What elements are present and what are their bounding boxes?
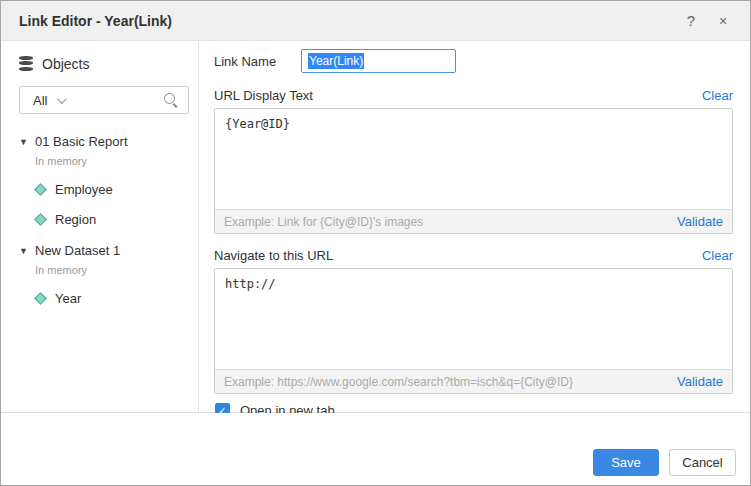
title-bar: Link Editor - Year(Link) ? × <box>1 1 750 41</box>
filter-selected-value[interactable]: All <box>33 93 47 108</box>
tree-group-subtitle: In memory <box>35 155 188 167</box>
link-editor-dialog: Link Editor - Year(Link) ? × Objects All… <box>0 0 751 486</box>
link-editor-form: Link Name Year(Link) URL Display Text Cl… <box>199 41 750 412</box>
link-name-row: Link Name Year(Link) <box>214 48 733 74</box>
tree-group-header[interactable]: ▼ New Dataset 1 <box>19 243 188 258</box>
objects-header: Objects <box>19 55 188 73</box>
cancel-button[interactable]: Cancel <box>669 449 736 476</box>
url-box: http:// Example: https://www.google.com/… <box>214 268 733 394</box>
objects-stack-icon <box>19 56 33 73</box>
tree-group-new-dataset: ▼ New Dataset 1 In memory Year <box>19 243 188 306</box>
save-button[interactable]: Save <box>593 449 659 476</box>
tree-group-subtitle: In memory <box>35 264 188 276</box>
link-name-value: Year(Link) <box>308 53 364 69</box>
tree-item-region[interactable]: Region <box>35 212 188 227</box>
objects-sidebar: Objects All ▼ 01 Basic Report In memory <box>1 41 199 412</box>
collapse-arrow-icon[interactable]: ▼ <box>19 137 35 147</box>
url-example: Example: https://www.google.com/search?t… <box>224 375 573 389</box>
url-label: Navigate to this URL <box>214 248 333 263</box>
objects-tree: ▼ 01 Basic Report In memory Employee Reg… <box>19 134 188 306</box>
dialog-title: Link Editor - Year(Link) <box>19 13 172 29</box>
display-text-label-row: URL Display Text Clear <box>214 87 733 103</box>
tree-group-header[interactable]: ▼ 01 Basic Report <box>19 134 188 149</box>
help-icon[interactable]: ? <box>678 8 704 34</box>
tree-item-label[interactable]: Region <box>55 212 96 227</box>
display-text-example: Example: Link for {City@ID}'s images <box>224 215 423 229</box>
tree-group-basic-report: ▼ 01 Basic Report In memory Employee Reg… <box>19 134 188 227</box>
collapse-arrow-icon[interactable]: ▼ <box>19 246 35 256</box>
close-icon[interactable]: × <box>710 8 736 34</box>
tree-item-label[interactable]: Year <box>55 291 81 306</box>
tree-item-year[interactable]: Year <box>35 291 188 306</box>
display-text-footer: Example: Link for {City@ID}'s images Val… <box>215 209 732 233</box>
url-clear-link[interactable]: Clear <box>702 248 733 263</box>
object-filter-box[interactable]: All <box>19 86 189 114</box>
link-name-input[interactable]: Year(Link) <box>301 49 456 73</box>
display-text-clear-link[interactable]: Clear <box>702 88 733 103</box>
tree-group-name[interactable]: New Dataset 1 <box>35 243 120 258</box>
url-validate-link[interactable]: Validate <box>677 374 723 389</box>
attribute-diamond-icon <box>34 213 47 226</box>
attribute-diamond-icon <box>34 292 47 305</box>
search-icon[interactable] <box>164 93 179 108</box>
url-textarea[interactable]: http:// <box>215 269 732 369</box>
attribute-diamond-icon <box>34 183 47 196</box>
tree-group-name[interactable]: 01 Basic Report <box>35 134 128 149</box>
display-text-box: {Year@ID} Example: Link for {City@ID}'s … <box>214 108 733 234</box>
chevron-down-icon[interactable] <box>57 94 67 104</box>
link-name-label: Link Name <box>214 54 301 69</box>
display-text-textarea[interactable]: {Year@ID} <box>215 109 732 209</box>
dialog-footer: Save Cancel <box>1 413 750 485</box>
tree-item-employee[interactable]: Employee <box>35 182 188 197</box>
url-footer: Example: https://www.google.com/search?t… <box>215 369 732 393</box>
tree-item-label[interactable]: Employee <box>55 182 113 197</box>
display-text-validate-link[interactable]: Validate <box>677 214 723 229</box>
display-text-label: URL Display Text <box>214 88 313 103</box>
objects-header-label: Objects <box>42 56 89 72</box>
url-label-row: Navigate to this URL Clear <box>214 247 733 263</box>
